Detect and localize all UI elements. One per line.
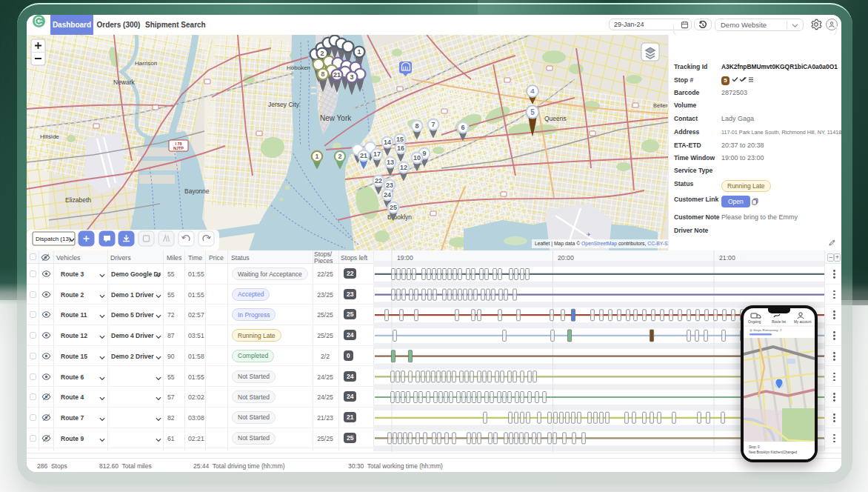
svg-text:My account: My account	[794, 320, 812, 324]
svg-text:21: 21	[360, 152, 367, 159]
svg-text:1: 1	[315, 153, 318, 160]
svg-text:2: 2	[338, 153, 341, 160]
svg-text:Ongoing: Ongoing	[748, 320, 761, 324]
svg-text:2: 2	[320, 50, 324, 57]
svg-text:✈: ✈	[587, 232, 591, 237]
svg-text:Newark: Newark	[113, 79, 136, 86]
svg-text:Queens: Queens	[544, 115, 567, 122]
svg-text:4: 4	[530, 87, 535, 95]
svg-text:16: 16	[397, 144, 404, 152]
svg-text:Harrison: Harrison	[135, 60, 157, 67]
svg-text:22: 22	[375, 177, 382, 184]
svg-text:25: 25	[390, 204, 397, 211]
svg-text:◎ Stops Remaining: 2: ◎ Stops Remaining: 2	[750, 328, 782, 332]
svg-text:23: 23	[386, 182, 393, 189]
svg-text:24: 24	[384, 191, 391, 199]
svg-text:Bayonne: Bayonne	[184, 187, 210, 195]
svg-text:NJTP: NJTP	[173, 146, 184, 150]
svg-text:7: 7	[431, 121, 435, 128]
svg-text:13: 13	[387, 159, 394, 166]
svg-text:14: 14	[384, 139, 391, 146]
svg-text:Dispatch (13): Dispatch (13)	[36, 236, 71, 242]
svg-text:Route list: Route list	[772, 320, 787, 324]
svg-text:9: 9	[422, 150, 426, 157]
svg-text:5: 5	[530, 108, 535, 116]
svg-text:3: 3	[350, 73, 353, 81]
svg-text:Bellero: Bellero	[653, 102, 668, 109]
svg-text:21: 21	[333, 71, 341, 79]
svg-text:Hoboken: Hoboken	[287, 64, 310, 71]
svg-text:17: 17	[373, 150, 381, 158]
svg-text:6: 6	[461, 124, 464, 131]
svg-text:Jersey City: Jersey City	[268, 101, 300, 108]
svg-text:1: 1	[357, 48, 361, 56]
svg-text:Hillside: Hillside	[40, 133, 59, 140]
svg-text:Leaflet | Map data © OpenStree: Leaflet | Map data © OpenStreetMap contr…	[535, 241, 668, 247]
svg-text:12: 12	[400, 164, 407, 171]
svg-text:New York: New York	[320, 114, 352, 122]
svg-text:8: 8	[415, 122, 418, 130]
svg-text:Elizabeth: Elizabeth	[65, 196, 91, 204]
svg-text:10: 10	[413, 154, 421, 162]
svg-text:8: 8	[321, 70, 324, 78]
